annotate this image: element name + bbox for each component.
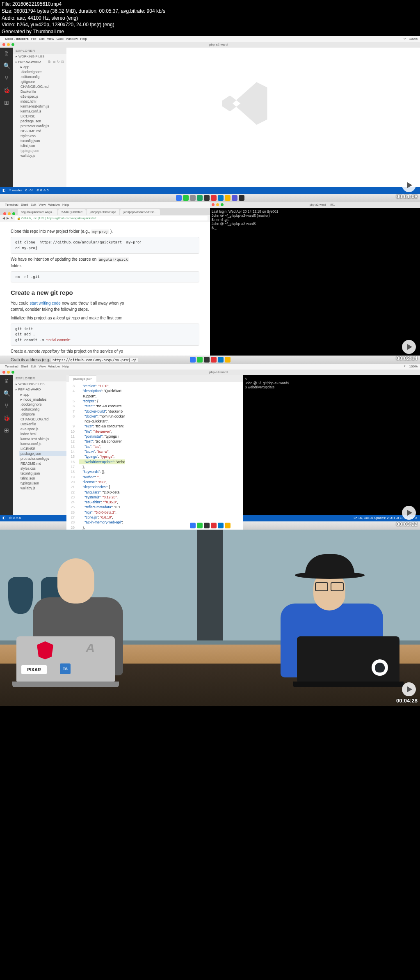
editor-tab[interactable]: package.json bbox=[69, 375, 96, 382]
file-item[interactable]: README.md bbox=[19, 461, 66, 466]
window-controls[interactable] bbox=[2, 43, 14, 46]
working-files-section[interactable]: ▸ WORKING FILES bbox=[13, 54, 66, 59]
laptop-right bbox=[297, 636, 399, 698]
editor-tabs: package.json bbox=[66, 375, 243, 382]
status-problems[interactable]: ⊘ 0 ⚠ 0 bbox=[37, 188, 49, 192]
menu-view[interactable]: View bbox=[47, 37, 54, 41]
play-icon[interactable] bbox=[402, 340, 416, 354]
new-file-icon[interactable]: 🗎 bbox=[48, 60, 51, 64]
file-item[interactable]: .editorconfig bbox=[19, 407, 66, 412]
status-problems[interactable]: ⊘ 0 ⚠ 0 bbox=[9, 516, 21, 520]
file-item[interactable]: protractor.config.js bbox=[19, 124, 66, 129]
file-item[interactable]: .editorconfig bbox=[19, 74, 66, 79]
menu-file[interactable]: File bbox=[31, 37, 37, 41]
play-icon[interactable] bbox=[402, 178, 416, 192]
readme-p: Create a remote repository for this proj… bbox=[11, 348, 199, 354]
new-folder-icon[interactable]: 🗀 bbox=[52, 60, 56, 64]
browser-tab[interactable]: johnpapa/John Papa bbox=[87, 209, 119, 215]
status-insiders-icon[interactable]: ◧ bbox=[2, 188, 6, 192]
file-item[interactable]: typings.json bbox=[19, 148, 66, 153]
file-item[interactable]: tslint.json bbox=[19, 143, 66, 148]
file-item[interactable]: wallaby.js bbox=[19, 153, 66, 158]
video-metadata: File: 20160622195610.mp4 Size: 38081794 … bbox=[0, 0, 420, 36]
readme-p: We have no intention of updating the sou… bbox=[11, 256, 199, 269]
terminal[interactable]: Last login: Wed Apr 20 14:32:18 on ttys0… bbox=[210, 208, 420, 356]
file-item[interactable]: LICENSE bbox=[19, 446, 66, 451]
extensions-icon[interactable]: ⊞ bbox=[4, 99, 9, 106]
wifi-icon[interactable]: ᯤ bbox=[404, 37, 407, 41]
browser-tab[interactable]: 5-Min Quickstart bbox=[58, 209, 86, 215]
menu-window[interactable]: Window bbox=[66, 37, 78, 41]
file-item[interactable]: .gitignore bbox=[19, 412, 66, 417]
terminal[interactable]: $ John @ ~/_git/pbp-a2-ward$ $ webdriver… bbox=[243, 375, 420, 515]
explorer-icon[interactable]: 🗎 bbox=[4, 378, 9, 384]
file-item[interactable]: typings.json bbox=[19, 481, 66, 486]
explorer-icon[interactable]: 🗎 bbox=[4, 50, 9, 57]
file-item[interactable]: karma.conf.js bbox=[19, 441, 66, 446]
file-item[interactable]: Dockerfile bbox=[19, 89, 66, 94]
file-item[interactable]: tslint.json bbox=[19, 476, 66, 481]
reload-icon[interactable]: ↻ bbox=[11, 216, 14, 220]
file-item[interactable]: README.md bbox=[19, 129, 66, 133]
debug-icon[interactable]: 🐞 bbox=[3, 87, 10, 94]
search-icon[interactable]: 🔍 bbox=[3, 62, 10, 69]
status-branch[interactable]: ⑂ master bbox=[9, 188, 22, 192]
file-item[interactable]: karma-test-shim.js bbox=[19, 104, 66, 109]
start-writing-link[interactable]: start writing code bbox=[30, 301, 61, 305]
file-item[interactable]: .dockerignore bbox=[19, 69, 66, 74]
file-item[interactable]: .gitignore bbox=[19, 79, 66, 84]
debug-icon[interactable]: 🐞 bbox=[3, 415, 10, 421]
git-icon[interactable]: ⑂ bbox=[5, 75, 8, 81]
file-item[interactable]: ▸ node_modules bbox=[19, 397, 66, 402]
file-item[interactable]: CHANGELOG.md bbox=[19, 417, 66, 422]
menu-goto[interactable]: Goto bbox=[57, 37, 64, 41]
file-item[interactable]: CHANGELOG.md bbox=[19, 84, 66, 89]
refresh-icon[interactable]: ↻ bbox=[57, 60, 60, 64]
file-item[interactable]: protractor.config.js bbox=[19, 456, 66, 461]
thumbnail-2: Terminal Shell Edit View Window Help ᯤ10… bbox=[0, 202, 420, 364]
file-item[interactable]: index.html bbox=[19, 99, 66, 104]
status-sync[interactable]: 0↓ 0↑ bbox=[25, 188, 33, 192]
app-name[interactable]: Code - Insiders bbox=[5, 37, 29, 41]
meta-audio: Audio: aac, 44100 Hz, stereo (eng) bbox=[2, 15, 418, 22]
file-item[interactable]: Dockerfile bbox=[19, 422, 66, 427]
mac-dock[interactable] bbox=[0, 194, 420, 202]
file-item[interactable]: ▸ app bbox=[19, 64, 66, 69]
back-icon[interactable]: ◀ bbox=[2, 216, 5, 220]
file-item[interactable]: LICENSE bbox=[19, 114, 66, 119]
file-item[interactable]: karma-test-shim.js bbox=[19, 436, 66, 441]
file-item[interactable]: e2e-spec.js bbox=[19, 427, 66, 431]
file-item[interactable]: package.json bbox=[19, 451, 66, 456]
status-insiders-icon[interactable]: ◧ bbox=[2, 516, 6, 520]
browser-tab[interactable]: johnpapa/docker-ed: Do... bbox=[120, 209, 160, 215]
meta-file: File: 20160622195610.mp4 bbox=[2, 1, 418, 8]
file-item[interactable]: tsconfig.json bbox=[19, 138, 66, 143]
search-icon[interactable]: 🔍 bbox=[3, 390, 10, 397]
forward-icon[interactable]: ▶ bbox=[7, 216, 9, 220]
file-item[interactable]: karma.conf.js bbox=[19, 109, 66, 114]
file-item[interactable]: styles.css bbox=[19, 466, 66, 471]
battery-icon[interactable]: 100% bbox=[409, 37, 418, 41]
file-item[interactable]: .dockerignore bbox=[19, 402, 66, 407]
file-item[interactable]: styles.css bbox=[19, 133, 66, 138]
app-name[interactable]: Terminal bbox=[5, 203, 18, 207]
collapse-icon[interactable]: ⊟ bbox=[61, 60, 64, 64]
wifi-icon[interactable]: ᯤ bbox=[404, 365, 407, 368]
file-item[interactable]: e2e-spec.js bbox=[19, 94, 66, 99]
play-icon[interactable] bbox=[402, 682, 416, 696]
menu-edit[interactable]: Edit bbox=[39, 37, 45, 41]
laptop-left: A PIXAR TS bbox=[16, 636, 115, 698]
file-item[interactable]: wallaby.js bbox=[19, 486, 66, 491]
thumbnail-3: Terminal Shell Edit View Window Help ᯤ10… bbox=[0, 364, 420, 530]
file-item[interactable]: index.html bbox=[19, 431, 66, 436]
extensions-icon[interactable]: ⊞ bbox=[4, 427, 9, 434]
file-item[interactable]: tsconfig.json bbox=[19, 471, 66, 476]
play-icon[interactable] bbox=[402, 506, 416, 520]
project-header[interactable]: PBP-A2-WARD 🗎🗀↻⊟ bbox=[13, 59, 66, 64]
file-item[interactable]: ▸ app bbox=[19, 392, 66, 397]
browser-tab[interactable]: angular/quickstart: Angu... bbox=[18, 209, 57, 215]
url-field[interactable]: 🔒 GitHub, Inc. [US] | https://github.com… bbox=[15, 216, 208, 220]
menu-help[interactable]: Help bbox=[80, 37, 87, 41]
git-icon[interactable]: ⑂ bbox=[5, 402, 8, 409]
file-item[interactable]: package.json bbox=[19, 119, 66, 124]
